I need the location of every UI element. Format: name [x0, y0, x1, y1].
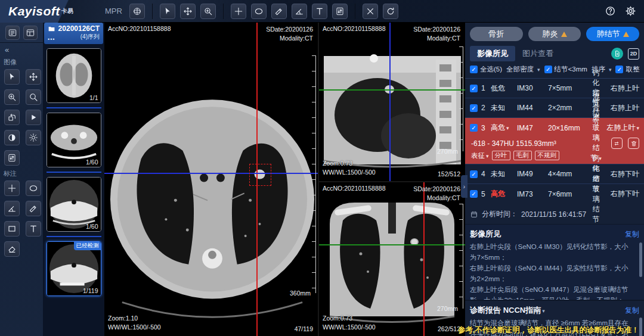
detected-badge: 已经检测: [74, 241, 101, 250]
layout-icon[interactable]: [23, 26, 38, 40]
checkbox[interactable]: ✓: [470, 124, 478, 132]
filter-small-nodule[interactable]: ✓ 结节<3mm: [544, 65, 587, 74]
tab-fracture[interactable]: 骨折: [470, 27, 523, 41]
crosshair-horizontal-blue[interactable]: [104, 173, 318, 174]
cursor-icon[interactable]: [160, 4, 175, 19]
nodule-row[interactable]: ✓ 2 未知 IM44 2×2mm 实性结节 右肺上叶: [465, 98, 644, 118]
nodule-size: 7×5mm: [548, 84, 590, 92]
filter-round[interactable]: ✓ 取整: [615, 65, 639, 74]
eraser-icon[interactable]: [4, 241, 20, 257]
sidebar-collapse[interactable]: «: [0, 43, 43, 54]
copy-findings-button[interactable]: 复制: [625, 229, 639, 239]
help-icon[interactable]: [602, 4, 618, 19]
reset-icon[interactable]: [383, 4, 398, 19]
series-header[interactable]: ••• 20200126CT (4)序列: [44, 23, 103, 44]
pencil-icon[interactable]: [26, 201, 41, 216]
nodule-row[interactable]: ✓ 5 高危 IM73 7×6mm 纯磨玻璃结节 右肺下叶: [465, 184, 644, 204]
checkbox[interactable]: ✓: [470, 66, 478, 73]
crosshair-icon[interactable]: [231, 4, 246, 19]
rotate-icon[interactable]: [4, 110, 20, 125]
nodule-image-index: IM30: [517, 84, 548, 92]
nodule-detection-box[interactable]: [249, 164, 271, 186]
more-icon[interactable]: •••: [48, 36, 55, 42]
checkbox[interactable]: ✓: [615, 66, 623, 73]
nodule-image-index: IM44: [517, 104, 548, 112]
trash-icon[interactable]: [628, 138, 639, 149]
pan-icon[interactable]: [26, 69, 41, 85]
feature-dropdown[interactable]: 表征▾: [471, 151, 489, 160]
checkbox[interactable]: ✓: [470, 190, 478, 198]
2d-toggle[interactable]: 2D: [628, 48, 639, 60]
ellipse-icon[interactable]: [251, 4, 267, 19]
contrast-icon[interactable]: [4, 130, 20, 145]
play-icon[interactable]: [26, 110, 41, 125]
tab-image-findings[interactable]: 影像所见: [470, 46, 515, 61]
nodule-type-dropdown[interactable]: 混合磨玻璃结节▾: [590, 92, 602, 163]
crosshair-icon[interactable]: [4, 181, 20, 196]
checkbox[interactable]: ✓: [470, 85, 478, 92]
ai-module-tabs: 骨折 肺炎 肺结节: [465, 23, 644, 45]
feature-chip[interactable]: 不规则: [535, 151, 560, 160]
thumbnail-axial-detected[interactable]: 已经检测 1/119: [47, 241, 101, 296]
thumbnail-scout[interactable]: 1/1: [47, 48, 101, 103]
checkbox[interactable]: ✓: [544, 66, 552, 73]
feature-chip[interactable]: 分叶: [492, 151, 510, 160]
crosshair-horizontal-green[interactable]: [319, 89, 465, 91]
rectangle-icon[interactable]: [4, 221, 20, 237]
scale-label: 360mm: [290, 290, 311, 297]
copy-report-button[interactable]: 复制: [625, 306, 639, 316]
series-count: (4)序列: [58, 33, 100, 41]
angle-icon[interactable]: [4, 201, 20, 216]
panel-collapse-handle[interactable]: ›: [461, 175, 467, 198]
thumbnail-axial-soft[interactable]: 1/60: [47, 113, 101, 167]
nodule-number: 1: [481, 84, 491, 92]
filter-select-all[interactable]: ✓ 全选(5): [470, 65, 502, 74]
filter-density-dropdown[interactable]: 全部密度▾: [506, 65, 540, 74]
levels-icon[interactable]: [4, 150, 20, 166]
nodule-location: 右肺下叶: [602, 189, 639, 199]
swap-icon[interactable]: [611, 138, 623, 149]
zoom-level: Zoom:0.73: [323, 314, 376, 323]
zoom-in-icon[interactable]: [4, 89, 20, 105]
folder-icon: [48, 24, 55, 35]
nodule-location-dropdown[interactable]: 左肺上叶▾: [602, 123, 639, 133]
findings-line: 左肺上叶尖后段（SeNO.4 IM47）见混合磨玻璃结节影，大小为20×16mm…: [470, 285, 632, 301]
checkbox[interactable]: ✓: [470, 170, 478, 178]
report-icon[interactable]: [611, 48, 623, 60]
nodule-row[interactable]: ✓ 1 低危 IM30 7×5mm 钙化结节 右肺上叶: [465, 79, 644, 98]
tab-lung-nodule[interactable]: 肺结节: [586, 27, 639, 41]
ellipse-icon[interactable]: [26, 181, 41, 196]
crosshair-vertical-blue[interactable]: [389, 23, 391, 181]
feature-chip[interactable]: 毛刺: [513, 151, 532, 160]
pencil-icon[interactable]: [271, 4, 287, 19]
checkbox[interactable]: ✓: [470, 104, 478, 112]
scrollbar-thumb[interactable]: [639, 242, 642, 277]
close-icon[interactable]: [363, 4, 378, 19]
crosshair-horizontal-green[interactable]: [319, 244, 465, 245]
report-guideline-dropdown[interactable]: NCCN指南▾: [503, 306, 545, 315]
mpr-icon[interactable]: [129, 4, 145, 19]
cursor-icon[interactable]: [4, 69, 20, 85]
text-icon[interactable]: [312, 4, 327, 19]
viewport-coronal[interactable]: 270mm AccNO:202101158888 SDate:20200126 …: [319, 182, 465, 336]
ai-analysis-panel: 骨折 肺炎 肺结节 影像所见 图片查看 2D ✓ 全选(5) 全: [465, 23, 644, 336]
app-window: Kayisoft 卡易 MPR « 图像: [0, 0, 644, 336]
nodule-row[interactable]: ✓ 4 未知 IM49 4×4mm 钙化结节 右肺下叶: [465, 164, 644, 184]
viewport-axial[interactable]: 360mm AccNO:202101158888 SDate:20200126 …: [104, 23, 319, 336]
gear-icon[interactable]: [623, 4, 638, 19]
pan-icon[interactable]: [180, 4, 196, 19]
zoom-in-icon[interactable]: [200, 4, 216, 19]
brightness-icon[interactable]: [26, 130, 41, 145]
tab-pneumonia[interactable]: 肺炎: [528, 27, 581, 41]
nodule-row-selected[interactable]: ✓ 3 高危▾ IM47 20×16mm 混合磨玻璃结节▾ 左肺上叶▾ -618…: [465, 118, 644, 164]
search-icon[interactable]: [26, 89, 41, 105]
series-list-icon[interactable]: [5, 26, 20, 40]
tab-image-view[interactable]: 图片查看: [515, 46, 561, 61]
levels-icon[interactable]: [332, 4, 348, 19]
crosshair-vertical-red[interactable]: [423, 182, 425, 336]
nodule-risk-dropdown[interactable]: 高危▾: [491, 123, 517, 133]
angle-icon[interactable]: [292, 4, 307, 19]
viewport-sagittal[interactable]: 270mm AccNO:202101158888 SDate:20200126 …: [319, 23, 465, 182]
text-icon[interactable]: [26, 221, 41, 237]
thumbnail-axial-lung[interactable]: 1/60: [47, 177, 101, 232]
